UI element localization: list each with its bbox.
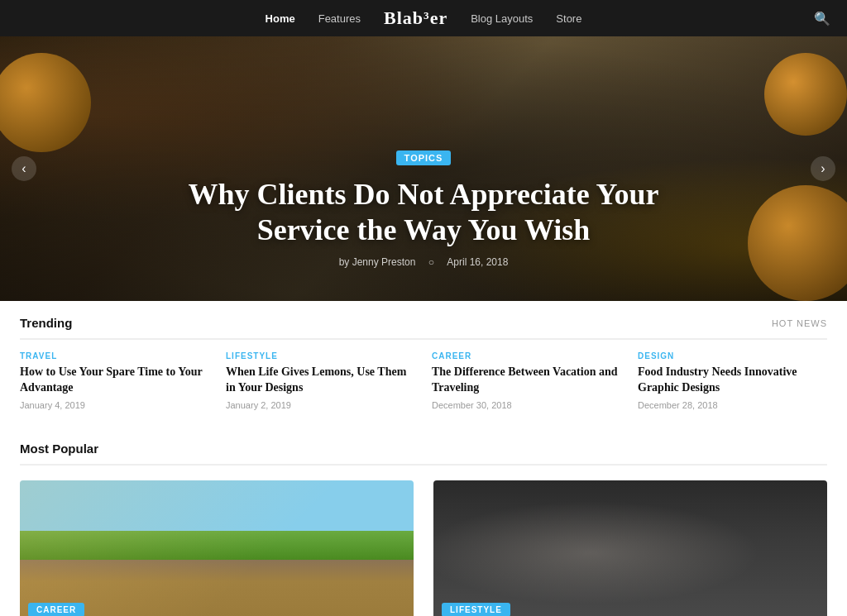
hero-content: TOPICS Why Clients Do Not Appreciate You… <box>0 150 847 301</box>
search-icon[interactable]: 🔍 <box>814 11 830 26</box>
nav-store[interactable]: Store <box>556 12 581 25</box>
hero-date: April 16, 2018 <box>447 256 508 268</box>
trending-grid: TRAVEL How to Use Your Spare Time to You… <box>20 351 827 430</box>
trending-date-0: January 4, 2019 <box>20 400 209 410</box>
popular-grid: CAREER What Keeps Us Going: Find Your Wa… <box>20 480 827 616</box>
trending-item-0: TRAVEL How to Use Your Spare Time to You… <box>20 351 209 410</box>
popular-image-bg-running <box>20 480 414 616</box>
main-content: Trending HOT NEWS TRAVEL How to Use Your… <box>0 301 847 616</box>
hero-title-line2: Service the Way You Wish <box>257 213 591 246</box>
popular-category-badge-1: LIFESTYLE <box>442 603 510 616</box>
nav-blog-layouts[interactable]: Blog Layouts <box>471 12 533 25</box>
hero-badge: TOPICS <box>396 150 452 165</box>
trending-title-2[interactable]: The Difference Between Vacation and Trav… <box>432 365 621 396</box>
nav-links: Home Features Blab³er Blog Layouts Store <box>266 7 582 29</box>
hero-separator: ○ <box>428 256 434 268</box>
hero-title-line1: Why Clients Do Not Appreciate Your <box>189 178 659 211</box>
trending-date-3: December 28, 2018 <box>638 400 827 410</box>
nav-features[interactable]: Features <box>318 12 361 25</box>
trending-date-2: December 30, 2018 <box>432 400 621 410</box>
trending-section-title: Trending <box>20 316 72 330</box>
hero-title: Why Clients Do Not Appreciate Your Servi… <box>0 177 847 248</box>
popular-item-1: LIFESTYLE There Is No Way People Can Tak… <box>433 480 827 616</box>
trending-title-0[interactable]: How to Use Your Spare Time to Your Advan… <box>20 365 209 396</box>
popular-image-0: CAREER <box>20 480 414 616</box>
popular-image-bg-studio <box>433 480 827 616</box>
navigation: Home Features Blab³er Blog Layouts Store… <box>0 0 847 36</box>
trending-item-3: DESIGN Food Industry Needs Innovative Gr… <box>638 351 827 410</box>
hero-slider: ‹ TOPICS Why Clients Do Not Appreciate Y… <box>0 36 847 301</box>
hero-meta: by Jenny Preston ○ April 16, 2018 <box>0 256 847 268</box>
trending-item-1: LIFESTYLE When Life Gives Lemons, Use Th… <box>226 351 415 410</box>
trending-category-3: DESIGN <box>638 351 827 361</box>
trending-title-3[interactable]: Food Industry Needs Innovative Graphic D… <box>638 365 827 396</box>
trending-date-1: January 2, 2019 <box>226 400 415 410</box>
hero-author: by Jenny Preston <box>339 256 416 268</box>
trending-item-2: CAREER The Difference Between Vacation a… <box>432 351 621 410</box>
trending-header: Trending HOT NEWS <box>20 301 827 340</box>
nav-home[interactable]: Home <box>266 12 295 25</box>
sphere-right-top-decoration <box>764 53 847 136</box>
popular-category-badge-0: CAREER <box>28 603 84 616</box>
popular-item-0: CAREER What Keeps Us Going: Find Your Wa… <box>20 480 414 616</box>
hero-prev-button[interactable]: ‹ <box>12 156 36 181</box>
trending-title-1[interactable]: When Life Gives Lemons, Use Them in Your… <box>226 365 415 396</box>
most-popular-section-title: Most Popular <box>20 442 98 456</box>
hero-next-button[interactable]: › <box>811 156 835 181</box>
popular-image-1: LIFESTYLE <box>433 480 827 616</box>
most-popular-header: Most Popular <box>20 430 827 466</box>
site-logo: Blab³er <box>384 7 447 28</box>
trending-category-1: LIFESTYLE <box>226 351 415 361</box>
trending-category-2: CAREER <box>432 351 621 361</box>
trending-category-0: TRAVEL <box>20 351 209 361</box>
hot-news-badge: HOT NEWS <box>772 318 827 328</box>
